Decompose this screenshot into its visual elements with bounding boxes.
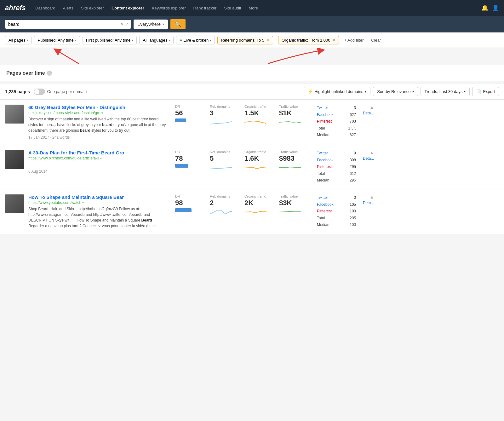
user-icon[interactable]: 👤 — [492, 4, 499, 11]
facebook-row-3: Facebook 105 — [317, 201, 356, 208]
total-label-3: Total — [317, 215, 325, 222]
total-value-2: 612 — [350, 170, 356, 177]
twitter-value-1: 3 — [354, 105, 356, 112]
nav-rank-tracker[interactable]: Rank tracker — [190, 4, 220, 12]
total-row-2: Total 612 — [317, 170, 356, 177]
organic-label-3: Organic traffic — [244, 194, 272, 198]
clear-filters-button[interactable]: Clear — [369, 36, 383, 44]
metric-traffic-2: Traffic value $983 — [275, 150, 310, 172]
bell-icon[interactable]: 🔔 — [481, 4, 488, 11]
dr-label-2: DR — [175, 150, 202, 154]
trends-button[interactable]: Trends: Last 30 days ▾ — [421, 87, 470, 96]
pinterest-row-1: Pinterest 703 — [317, 118, 356, 125]
pinterest-label-1: Pinterest — [317, 118, 332, 125]
result-url-text-1[interactable]: nextluxury.com/mens-style-and-fashion/gr… — [28, 111, 100, 115]
red-arrows-svg — [0, 48, 378, 65]
nav-more[interactable]: More — [245, 4, 261, 12]
result-title-1[interactable]: 60 Grey Beard Styles For Men - Distingui… — [28, 105, 167, 110]
filter-live-broken[interactable]: ● Live & broken ▾ — [176, 36, 215, 44]
result-content-2: A 30-Day Plan for the First-Time Beard G… — [28, 150, 167, 174]
pages-over-time-help-icon[interactable]: ? — [47, 71, 52, 76]
scope-chevron-icon: ▾ — [163, 22, 164, 26]
filter-published-label: Published: Any time — [37, 38, 73, 43]
facebook-value-2: 308 — [350, 157, 356, 164]
search-help-icon[interactable]: ? — [126, 22, 128, 26]
result-content-3: How To Shape and Maintain a Square Bear … — [28, 194, 167, 229]
metrics-group-1: DR 56 Ref. domains 3 Organic traffic 1.5… — [171, 105, 310, 127]
result-title-2[interactable]: A 30-Day Plan for the First-Time Beard G… — [28, 150, 167, 155]
sort-button[interactable]: Sort by Relevance ▾ — [373, 87, 418, 96]
filter-first-published-chevron: ▾ — [132, 38, 133, 42]
pinterest-value-1: 703 — [350, 118, 356, 125]
nav-keywords-explorer[interactable]: Keywords explorer — [149, 4, 189, 12]
organic-chart-3 — [244, 208, 266, 216]
social-col-1: Twitter 3 Facebook 627 Pinterest 703 Tot… — [314, 105, 358, 139]
result-snippet-3: Shop Beard, Hair, and Skin -- http://bdb… — [28, 206, 167, 229]
filter-ref-domains-remove[interactable]: ✕ — [267, 38, 270, 42]
filter-organic-traffic[interactable]: Organic traffic: From 1,000 ✕ — [278, 36, 339, 44]
total-label-1: Total — [317, 125, 325, 132]
details-link-3[interactable]: Deta... — [363, 201, 374, 205]
filter-all-pages[interactable]: All pages ▾ — [5, 36, 32, 44]
result-title-3[interactable]: How To Shape and Maintain a Square Bear — [28, 194, 167, 200]
median-value-1: 627 — [350, 132, 356, 139]
traffic-chart-2 — [279, 164, 301, 171]
filter-first-published[interactable]: First published: Any time ▾ — [83, 36, 137, 44]
nav-site-explorer[interactable]: Site explorer — [78, 4, 107, 12]
highlight-label: Highlight unlinked domains — [314, 89, 363, 94]
filter-languages[interactable]: All languages ▾ — [139, 36, 174, 44]
result-snippet-2: ... — [28, 162, 167, 167]
details-link-1[interactable]: Deta... — [363, 111, 374, 115]
logo[interactable]: ahrefs — [5, 4, 26, 12]
search-input[interactable] — [8, 22, 119, 27]
search-scope-dropdown[interactable]: Everywhere ▾ — [134, 20, 168, 29]
nav-dashboard[interactable]: Dashboard — [32, 4, 59, 12]
toggle-switch-control[interactable] — [34, 89, 45, 95]
export-button[interactable]: 📄 Export — [472, 87, 499, 96]
expand-chevron-1[interactable]: ▲ — [370, 105, 374, 110]
nav-site-audit[interactable]: Site audit — [221, 4, 244, 12]
metric-dr-2: DR 78 — [171, 150, 206, 172]
pinterest-label-3: Pinterest — [317, 208, 332, 215]
facebook-value-3: 105 — [350, 201, 356, 208]
metric-organic-3: Organic traffic 2K — [241, 194, 275, 217]
filter-organic-traffic-label: Organic traffic: From 1,000 — [282, 38, 330, 43]
details-link-2[interactable]: Deta... — [363, 156, 374, 161]
add-filter-button[interactable]: + Add filter — [341, 36, 366, 44]
ref-label-2: Ref. domains — [210, 150, 237, 154]
twitter-value-2: 9 — [354, 150, 356, 157]
logo-a: a — [5, 4, 9, 12]
one-page-toggle[interactable]: One page per domain — [34, 89, 87, 95]
result-url-text-2[interactable]: https://www.birchbox.com/guide/article/a… — [28, 156, 99, 160]
search-input-wrapper: ✕ ? — [5, 20, 131, 29]
sort-label: Sort by Relevance — [377, 89, 410, 94]
pinterest-value-3: 100 — [350, 208, 356, 215]
search-clear-icon[interactable]: ✕ — [121, 22, 124, 26]
logo-hrefs: hrefs — [9, 4, 26, 12]
facebook-label-3: Facebook — [317, 201, 334, 208]
filter-referring-domains[interactable]: Referring domains: To 5 ✕ — [217, 36, 273, 44]
result-url-text-3[interactable]: https://www.youtube.com/watch — [28, 200, 81, 205]
nav-content-explorer[interactable]: Content explorer — [108, 4, 147, 12]
total-row-3: Total 205 — [317, 215, 356, 222]
highlight-unlinked-button[interactable]: ⚡ Highlight unlinked domains ▾ — [304, 87, 370, 96]
url-chevron-icon-1: ▾ — [101, 111, 103, 115]
filter-organic-traffic-remove[interactable]: ✕ — [333, 38, 335, 42]
organic-label-2: Organic traffic — [244, 150, 272, 154]
filter-published[interactable]: Published: Any time ▾ — [34, 36, 80, 44]
dr-bar-1 — [175, 118, 186, 122]
median-label-3: Median — [317, 222, 329, 228]
twitter-row-3: Twitter 0 — [317, 194, 356, 201]
expand-chevron-3[interactable]: ▲ — [370, 194, 374, 199]
url-chevron-icon-2: ▾ — [100, 157, 102, 160]
dr-bar-3 — [175, 208, 192, 212]
nav-alerts[interactable]: Alerts — [60, 4, 77, 12]
ref-label: Ref. domains — [210, 105, 237, 108]
filter-published-chevron: ▾ — [75, 38, 77, 42]
nav-right: 🔔 👤 — [481, 4, 499, 11]
results-list: 60 Grey Beard Styles For Men - Distingui… — [0, 100, 504, 234]
organic-value-2: 1.6K — [244, 155, 272, 162]
ref-value-2: 5 — [210, 155, 237, 162]
expand-chevron-2[interactable]: ▲ — [370, 150, 374, 155]
search-button[interactable]: 🔍 — [170, 19, 186, 29]
